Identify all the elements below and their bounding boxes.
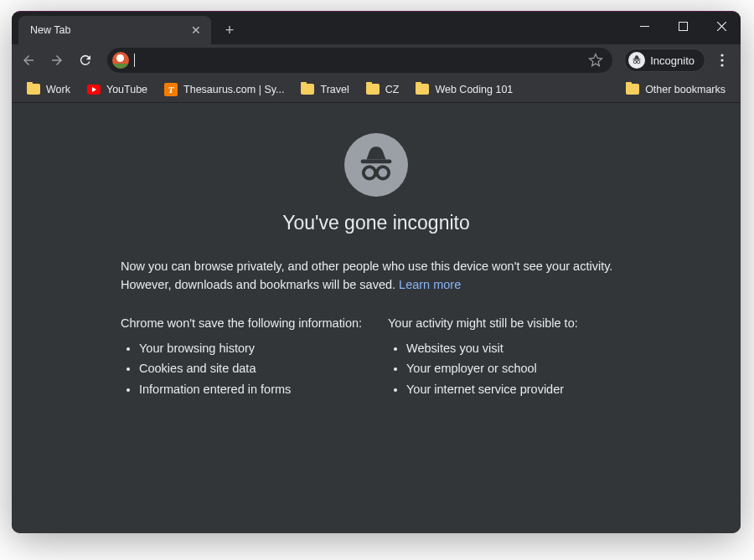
- bookmark-cz[interactable]: CZ: [359, 80, 406, 99]
- column-not-saved: Chrome won't save the following informat…: [121, 316, 364, 400]
- close-tab-icon[interactable]: ✕: [189, 23, 203, 37]
- bookmark-label: Other bookmarks: [645, 84, 726, 95]
- window-controls: [625, 12, 741, 40]
- bookmark-travel[interactable]: Travel: [294, 80, 355, 99]
- incognito-indicator: Incognito: [624, 49, 705, 72]
- incognito-label: Incognito: [650, 54, 695, 67]
- column-heading: Chrome won't save the following informat…: [121, 316, 364, 330]
- reload-button[interactable]: [72, 48, 99, 73]
- learn-more-link[interactable]: Learn more: [399, 278, 461, 291]
- back-button[interactable]: [15, 48, 42, 73]
- bookmark-label: YouTube: [106, 84, 147, 95]
- folder-icon: [366, 84, 380, 95]
- bookmark-youtube[interactable]: YouTube: [80, 80, 154, 99]
- thesaurus-icon: T: [164, 83, 178, 96]
- toolbar: Incognito: [12, 44, 741, 76]
- bookmark-work[interactable]: Work: [20, 80, 77, 99]
- svg-point-7: [720, 64, 723, 66]
- browser-tab[interactable]: New Tab ✕: [18, 16, 211, 44]
- bookmark-thesaurus[interactable]: TThesaurus.com | Sy...: [158, 80, 291, 100]
- list-item: Your internet service provider: [406, 379, 632, 400]
- list-item: Websites you visit: [406, 338, 632, 359]
- minimize-button[interactable]: [625, 12, 664, 40]
- address-bar[interactable]: [107, 48, 612, 73]
- youtube-icon: [87, 85, 101, 95]
- bookmark-label: Travel: [320, 84, 349, 95]
- maximize-button[interactable]: [664, 12, 702, 40]
- column-heading: Your activity might still be visible to:: [388, 316, 632, 330]
- browser-window: New Tab ✕ +: [12, 11, 741, 533]
- svg-point-5: [720, 54, 723, 56]
- folder-icon: [626, 84, 639, 95]
- text-cursor: [134, 54, 135, 67]
- duckduckgo-icon: [112, 52, 129, 69]
- svg-point-3: [633, 60, 637, 64]
- titlebar: New Tab ✕ +: [12, 12, 741, 44]
- forward-button[interactable]: [44, 48, 70, 73]
- page-heading: You've gone incognito: [282, 212, 470, 234]
- svg-point-9: [364, 167, 375, 178]
- tab-title: New Tab: [30, 24, 189, 36]
- column-visible-to: Your activity might still be visible to:…: [388, 316, 632, 400]
- bookmark-label: Web Coding 101: [435, 84, 513, 95]
- close-window-button[interactable]: [702, 12, 741, 40]
- bookmark-star-icon[interactable]: [586, 50, 606, 70]
- intro-body: Now you can browse privately, and other …: [121, 259, 612, 291]
- page-content: You've gone incognito Now you can browse…: [12, 103, 741, 533]
- info-columns: Chrome won't save the following informat…: [121, 316, 632, 400]
- svg-rect-8: [361, 160, 392, 164]
- list-item: Information entered in forms: [139, 379, 364, 400]
- bookmark-webcoding[interactable]: Web Coding 101: [409, 80, 519, 99]
- kebab-menu-button[interactable]: [709, 48, 736, 73]
- list-item: Your browsing history: [139, 338, 364, 359]
- list-item: Your employer or school: [406, 358, 632, 379]
- bookmark-label: Work: [46, 84, 70, 95]
- intro-text: Now you can browse privately, and other …: [121, 258, 632, 295]
- incognito-icon: [628, 52, 645, 69]
- svg-rect-1: [679, 22, 687, 30]
- svg-rect-0: [640, 26, 649, 27]
- list-item: Cookies and site data: [139, 358, 364, 379]
- svg-rect-2: [633, 59, 641, 59]
- svg-point-6: [720, 59, 723, 61]
- bookmarks-bar: Work YouTube TThesaurus.com | Sy... Trav…: [12, 76, 741, 103]
- folder-icon: [301, 84, 314, 95]
- svg-point-10: [377, 167, 389, 178]
- new-tab-button[interactable]: +: [218, 18, 241, 42]
- other-bookmarks[interactable]: Other bookmarks: [619, 80, 732, 99]
- bookmark-label: Thesaurus.com | Sy...: [183, 84, 284, 95]
- incognito-hero-icon: [344, 133, 408, 197]
- bookmark-label: CZ: [385, 84, 400, 95]
- svg-point-4: [638, 60, 641, 64]
- folder-icon: [416, 84, 429, 95]
- folder-icon: [27, 84, 40, 95]
